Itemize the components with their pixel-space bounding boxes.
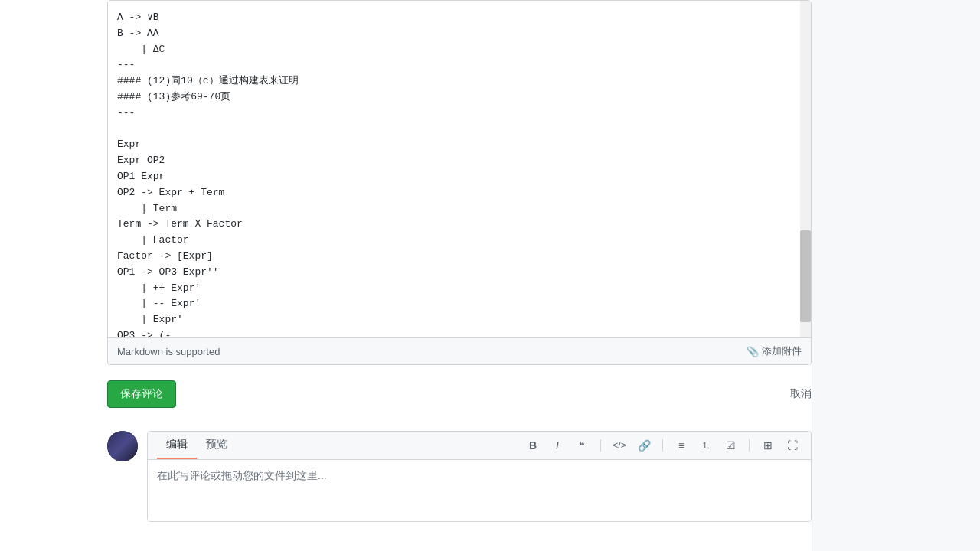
editor-textarea[interactable]: A -> ∨B B -> AA | ΔC --- #### (12)同10（c）…: [108, 1, 811, 337]
editor-container: A -> ∨B B -> AA | ΔC --- #### (12)同10（c）…: [107, 0, 812, 365]
avatar-image: [107, 431, 138, 461]
bold-button[interactable]: B: [524, 436, 542, 455]
ul-icon: ≡: [678, 439, 684, 452]
main-content: A -> ∨B B -> AA | ΔC --- #### (12)同10（c）…: [107, 0, 812, 522]
avatar: [107, 431, 138, 461]
fullscreen-button[interactable]: ⛶: [783, 436, 802, 455]
toolbar-icons: B I ❝ </> 🔗: [524, 432, 802, 459]
link-button[interactable]: 🔗: [635, 436, 653, 455]
markdown-supported-label: Markdown is supported: [117, 346, 220, 357]
code-icon: </>: [612, 440, 626, 451]
italic-button[interactable]: I: [548, 436, 567, 455]
comment-editor: 编辑 预览 B I ❝: [147, 431, 812, 522]
scrollbar-track[interactable]: [800, 1, 811, 337]
attach-label: 添加附件: [762, 344, 802, 358]
attach-icon: 📎: [746, 346, 759, 357]
editor-footer: Markdown is supported 📎 添加附件: [108, 337, 811, 364]
comment-input-area[interactable]: 在此写评论或拖动您的文件到这里...: [148, 460, 811, 521]
italic-icon: I: [556, 439, 559, 452]
ol-icon: 1.: [702, 441, 709, 450]
save-comment-button[interactable]: 保存评论: [107, 380, 176, 408]
link-icon: 🔗: [638, 439, 651, 452]
code-button[interactable]: </>: [610, 436, 629, 455]
ul-button[interactable]: ≡: [672, 436, 691, 455]
checklist-button[interactable]: ☑: [721, 436, 740, 455]
table-icon: ⊞: [763, 439, 773, 452]
ol-button[interactable]: 1.: [697, 436, 715, 455]
tab-preview[interactable]: 预览: [197, 432, 237, 459]
toolbar-separator-1: [600, 439, 601, 452]
scrollbar-thumb[interactable]: [800, 230, 811, 322]
toolbar-separator-2: [662, 439, 663, 452]
page-wrapper: A -> ∨B B -> AA | ΔC --- #### (12)同10（c）…: [0, 0, 980, 551]
quote-icon: ❝: [579, 439, 585, 452]
button-row: 保存评论 取消: [107, 373, 812, 423]
toolbar-separator-3: [749, 439, 750, 452]
comment-tabs: 编辑 预览 B I ❝: [148, 432, 811, 460]
attach-file-button[interactable]: 📎 添加附件: [746, 344, 802, 358]
tab-group: 编辑 预览: [157, 432, 237, 459]
right-side-panel: [812, 0, 980, 551]
table-button[interactable]: ⊞: [759, 436, 777, 455]
fullscreen-icon: ⛶: [787, 439, 798, 452]
cancel-link[interactable]: 取消: [790, 387, 812, 401]
comment-box: 编辑 预览 B I ❝: [107, 431, 812, 522]
checklist-icon: ☑: [726, 439, 736, 452]
bold-icon: B: [529, 439, 537, 452]
comment-placeholder: 在此写评论或拖动您的文件到这里...: [157, 469, 327, 481]
tab-edit[interactable]: 编辑: [157, 432, 197, 459]
quote-button[interactable]: ❝: [573, 436, 591, 455]
